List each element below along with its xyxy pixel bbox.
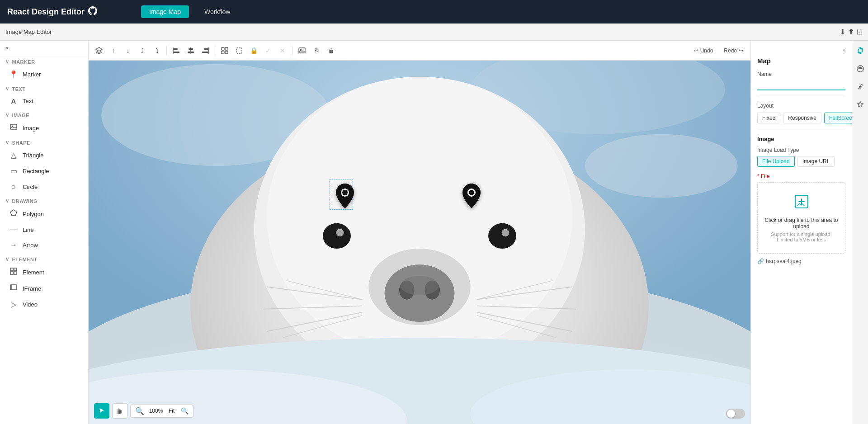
- svg-rect-21: [225, 51, 228, 54]
- section-label-shape: SHAPE: [12, 140, 30, 146]
- section-header-drawing[interactable]: DRAWING: [0, 194, 88, 206]
- toggle-knob: [727, 410, 735, 418]
- grab-tool-btn[interactable]: [112, 403, 127, 419]
- panel-settings-icon[interactable]: [854, 44, 867, 57]
- section-label-drawing: DRAWING: [12, 198, 38, 204]
- canvas-background: [89, 61, 750, 424]
- sidebar-item-iframe[interactable]: IFrame: [0, 280, 88, 297]
- file-upload-btn[interactable]: File Upload: [757, 156, 795, 167]
- redo-label: Redo: [724, 47, 737, 54]
- section-header-text[interactable]: TEXT: [0, 82, 88, 94]
- zoom-in-btn[interactable]: 🔍: [179, 406, 190, 415]
- sidebar-item-video[interactable]: ▷ Video: [0, 297, 88, 312]
- svg-point-33: [323, 223, 351, 249]
- download-icon[interactable]: ⬇: [840, 28, 845, 36]
- undo-btn[interactable]: ↩ Undo: [690, 46, 717, 56]
- send-back-btn[interactable]: ⤵: [150, 44, 164, 57]
- panel-appearance-icon[interactable]: [854, 62, 867, 75]
- svg-point-35: [488, 223, 516, 249]
- layout-label: Layout: [757, 103, 845, 109]
- image-load-label: Image Load Type: [757, 147, 845, 153]
- zoom-fit-btn[interactable]: Fit: [166, 407, 177, 415]
- image-btn[interactable]: [295, 44, 309, 57]
- align-left-btn[interactable]: [170, 44, 183, 57]
- video-icon: ▷: [9, 300, 18, 309]
- sub-header-title: Image Map Editor: [5, 28, 52, 35]
- app-title: React Design Editor: [7, 6, 134, 18]
- svg-rect-19: [225, 47, 228, 50]
- sidebar-item-arrow[interactable]: → Arrow: [0, 237, 88, 253]
- image-load-btns: File Upload Image URL: [757, 156, 845, 167]
- sep2: [215, 46, 215, 55]
- svg-point-36: [502, 229, 509, 236]
- redo-btn[interactable]: Redo ↪: [720, 46, 747, 56]
- sidebar-item-marker[interactable]: 📍 Marker: [0, 66, 88, 82]
- layout-fullscreen-btn[interactable]: FullScreen: [824, 113, 852, 123]
- image-map-nav-btn[interactable]: Image Map: [141, 5, 189, 18]
- svg-point-58: [469, 190, 474, 195]
- sidebar-item-triangle[interactable]: △ Triangle: [0, 147, 88, 163]
- sidebar-item-rectangle[interactable]: ▭ Rectangle: [0, 163, 88, 179]
- marker-pin-left[interactable]: [336, 184, 354, 208]
- sidebar-collapse-btn[interactable]: «: [0, 41, 88, 55]
- chevron-shape: [5, 140, 9, 146]
- move-up-btn[interactable]: ↑: [107, 44, 120, 57]
- panel-link-icon[interactable]: [854, 80, 867, 93]
- sep3: [292, 46, 292, 55]
- name-input[interactable]: [757, 79, 845, 90]
- group-btn[interactable]: [218, 44, 231, 57]
- layout-responsive-btn[interactable]: Responsive: [783, 113, 821, 123]
- section-header-marker[interactable]: MARKER: [0, 55, 88, 66]
- sidebar-item-text[interactable]: A Text: [0, 94, 88, 108]
- svg-point-56: [342, 190, 348, 195]
- select-tool-btn[interactable]: [94, 403, 109, 419]
- sidebar-item-polygon[interactable]: Polygon: [0, 206, 88, 222]
- svg-point-41: [401, 276, 439, 295]
- upload-icon[interactable]: ⬆: [848, 28, 854, 36]
- text-icon: A: [9, 97, 18, 105]
- image-icon: [9, 123, 18, 132]
- check-btn[interactable]: ✓: [261, 44, 275, 57]
- toolbar: ↑ ↓ ⤴ ⤵: [89, 41, 750, 61]
- triangle-label: Triangle: [23, 152, 43, 159]
- section-header-shape[interactable]: SHAPE: [0, 136, 88, 147]
- sidebar-item-image[interactable]: Image: [0, 120, 88, 136]
- svg-rect-22: [236, 48, 242, 53]
- panel-star-icon[interactable]: [854, 99, 867, 111]
- section-label-text: TEXT: [12, 86, 26, 92]
- svg-rect-0: [10, 124, 17, 129]
- right-panel-main: » Map Name Layout Fixed Responsive FullS…: [751, 41, 852, 424]
- canvas-area: ↑ ↓ ⤴ ⤵: [89, 41, 750, 424]
- section-header-image[interactable]: IMAGE: [0, 108, 88, 120]
- section-header-element[interactable]: ELEMENT: [0, 253, 88, 264]
- circle-icon: ○: [9, 183, 18, 191]
- move-down-btn[interactable]: ↓: [121, 44, 135, 57]
- sidebar-item-line[interactable]: — Line: [0, 222, 88, 237]
- lock-btn[interactable]: 🔒: [247, 44, 260, 57]
- ungroup-btn[interactable]: [232, 44, 246, 57]
- polygon-icon: [9, 209, 18, 218]
- workflow-nav-btn[interactable]: Workflow: [196, 5, 238, 18]
- sidebar-item-element[interactable]: Element: [0, 264, 88, 280]
- align-center-btn[interactable]: [184, 44, 198, 57]
- expand-icon[interactable]: ⊡: [857, 28, 863, 36]
- rectangle-label: Rectangle: [23, 168, 49, 174]
- layout-fixed-btn[interactable]: Fixed: [757, 113, 780, 123]
- marker-pin-right[interactable]: [462, 184, 481, 208]
- sidebar-item-circle[interactable]: ○ Circle: [0, 179, 88, 194]
- expand-right-icon[interactable]: »: [842, 47, 845, 53]
- toggle-wrapper[interactable]: [726, 409, 745, 419]
- zoom-out-btn[interactable]: 🔍: [133, 406, 146, 416]
- bring-front-btn[interactable]: ⤴: [136, 44, 149, 57]
- canvas-toggle[interactable]: [726, 409, 745, 419]
- clone-btn[interactable]: ⎘: [310, 44, 323, 57]
- image-url-btn[interactable]: Image URL: [797, 156, 835, 167]
- align-right-btn[interactable]: [198, 44, 212, 57]
- delete-btn[interactable]: 🗑: [324, 44, 338, 57]
- canvas-wrapper[interactable]: 🔍 100% Fit 🔍: [89, 61, 750, 424]
- layers-btn[interactable]: [92, 44, 106, 57]
- section-label-element: ELEMENT: [12, 257, 38, 262]
- file-drop-area[interactable]: Click or drag file to this area to uploa…: [757, 182, 845, 254]
- sub-header-actions: ⬇ ⬆ ⊡: [840, 28, 863, 36]
- cancel-btn[interactable]: ✕: [276, 44, 289, 57]
